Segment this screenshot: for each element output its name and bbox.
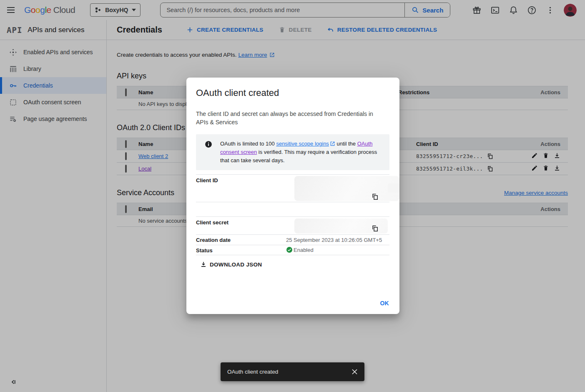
notice-text: OAuth is limited to 100 sensitive scope … — [220, 140, 383, 165]
creation-date-row: Creation date 25 September 2023 at 10:26… — [196, 235, 389, 245]
client-id-redacted-value — [388, 183, 399, 193]
ok-button[interactable]: OK — [380, 300, 389, 307]
sensitive-scope-logins-link[interactable]: sensitive scope logins — [276, 141, 329, 147]
client-secret-label: Client secret — [196, 217, 286, 226]
status-value: Enabled — [286, 245, 314, 253]
status-label: Status — [196, 245, 286, 254]
check-circle-icon — [286, 246, 293, 253]
client-id-row: Client ID — [196, 174, 389, 202]
info-icon — [205, 141, 212, 148]
client-secret-row: Client secret — [196, 216, 389, 235]
copy-icon[interactable] — [372, 225, 379, 232]
google-cloud-console: Google Cloud BoxyHQ Search — [0, 0, 585, 392]
status-text: Enabled — [294, 247, 314, 253]
download-icon — [200, 261, 207, 268]
toast-snackbar: OAuth client created — [221, 362, 364, 381]
download-json-button[interactable]: DOWNLOAD JSON — [200, 261, 262, 268]
client-id-redacted-value — [294, 176, 399, 201]
dialog-title: OAuth client created — [196, 88, 389, 98]
dialog-fields: Client ID Client secret Creation date 25… — [196, 174, 389, 255]
oauth-client-created-dialog: OAuth client created The client ID and s… — [186, 78, 399, 314]
dialog-subtitle: The client ID and secret can always be a… — [196, 110, 382, 126]
creation-date-value: 25 September 2023 at 10:26:05 GMT+5 — [286, 235, 382, 243]
oauth-limit-notice: OAuth is limited to 100 sensitive scope … — [196, 134, 389, 170]
toast-message: OAuth client created — [227, 369, 278, 375]
client-id-label: Client ID — [196, 175, 286, 183]
close-icon[interactable] — [351, 368, 359, 376]
copy-icon[interactable] — [372, 193, 379, 200]
external-link-icon — [330, 141, 335, 146]
row-spacer — [196, 202, 389, 216]
creation-date-label: Creation date — [196, 235, 286, 243]
status-row: Status Enabled — [196, 245, 389, 255]
